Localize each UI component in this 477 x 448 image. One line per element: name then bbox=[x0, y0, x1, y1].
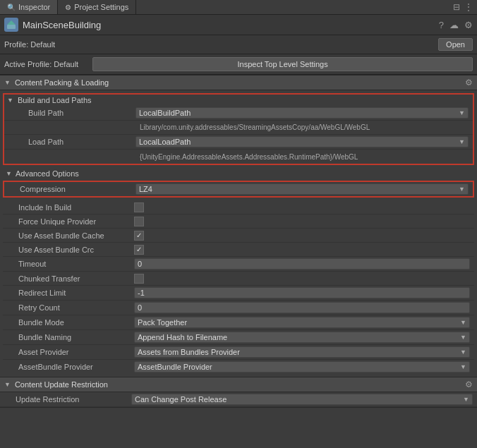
tab-project-settings-label: Project Settings bbox=[74, 3, 128, 11]
chunked-transfer-label: Chunked Transfer bbox=[7, 274, 134, 283]
build-load-paths-header[interactable]: ▼ Build and Load Paths bbox=[4, 95, 473, 106]
force-unique-row: Force Unique Provider bbox=[3, 214, 474, 229]
advanced-options-section: ▼ Advanced Options Compression LZ4 ▼ Inc… bbox=[3, 168, 474, 374]
cloud-icon[interactable]: ☁ bbox=[449, 20, 459, 30]
timeout-input[interactable] bbox=[134, 258, 470, 270]
compression-arrow-icon: ▼ bbox=[459, 186, 465, 193]
build-path-row: Build Path LocalBuildPath ▼ bbox=[4, 106, 473, 121]
help-icon[interactable]: ? bbox=[439, 20, 444, 30]
bundle-mode-arrow-icon: ▼ bbox=[460, 319, 466, 326]
load-path-arrow-icon: ▼ bbox=[459, 138, 465, 145]
update-restriction-label: Update Restriction bbox=[4, 395, 131, 404]
redirect-limit-row: Redirect Limit bbox=[3, 286, 474, 301]
more-icon[interactable]: ⋮ bbox=[464, 2, 473, 12]
use-asset-cache-row: Use Asset Bundle Cache ✓ bbox=[3, 229, 474, 243]
inspect-top-level-button[interactable]: Inspect Top Level Settings bbox=[92, 57, 473, 71]
advanced-options-header[interactable]: ▼ Advanced Options bbox=[3, 168, 474, 179]
content-update-header[interactable]: ▼ Content Update Restriction ⚙ bbox=[0, 377, 477, 392]
build-paths-chevron: ▼ bbox=[7, 97, 13, 104]
active-profile-label: Active Profile: Default bbox=[4, 60, 78, 68]
asset-bundle-provider-dropdown[interactable]: AssetBundle Provider ▼ bbox=[134, 361, 470, 373]
content-update-chevron: ▼ bbox=[4, 381, 11, 388]
bundle-naming-label: Bundle Naming bbox=[7, 333, 134, 341]
bundle-mode-dropdown[interactable]: Pack Together ▼ bbox=[134, 317, 470, 328]
section-gear-icon[interactable]: ⚙ bbox=[465, 78, 473, 87]
chunked-transfer-checkbox[interactable] bbox=[134, 274, 470, 284]
build-path-dropdown[interactable]: LocalBuildPath ▼ bbox=[135, 107, 469, 119]
load-path-sub-value: {UnityEngine.AddressableAssets.Addressab… bbox=[135, 152, 469, 162]
compression-label: Compression bbox=[8, 185, 135, 193]
minimize-icon[interactable]: ⊟ bbox=[453, 2, 460, 12]
settings-icon: ⚙ bbox=[65, 4, 71, 11]
asset-provider-arrow-icon: ▼ bbox=[460, 349, 466, 356]
content-packing-title: ▼ Content Packing & Loading bbox=[4, 78, 109, 87]
use-asset-cache-label: Use Asset Bundle Cache bbox=[7, 231, 134, 240]
dropdown-arrow-icon: ▼ bbox=[459, 109, 465, 116]
retry-count-label: Retry Count bbox=[7, 303, 134, 312]
retry-count-row: Retry Count bbox=[3, 301, 474, 315]
build-path-label: Build Path bbox=[8, 109, 135, 117]
load-path-label: Load Path bbox=[8, 138, 135, 146]
scene-name: MainSceneBuilding bbox=[23, 20, 435, 30]
tab-controls: ⊟ ⋮ bbox=[453, 2, 477, 12]
force-unique-check[interactable] bbox=[134, 217, 144, 226]
asset-provider-label: Asset Provider bbox=[7, 348, 134, 356]
force-unique-checkbox[interactable] bbox=[134, 217, 470, 226]
advanced-chevron: ▼ bbox=[6, 170, 12, 177]
build-path-sub-value: Library/com.unity.addressables/Streaming… bbox=[135, 123, 469, 132]
use-asset-cache-checkbox[interactable]: ✓ bbox=[134, 231, 470, 241]
header-icons: ? ☁ ⚙ bbox=[439, 20, 473, 30]
update-restriction-dropdown[interactable]: Can Change Post Release ▼ bbox=[131, 394, 473, 405]
timeout-field[interactable] bbox=[134, 258, 470, 270]
tab-inspector-label: Inspector bbox=[18, 3, 50, 11]
redirect-limit-input[interactable] bbox=[134, 287, 470, 298]
include-in-build-check[interactable] bbox=[134, 202, 144, 212]
advanced-options-title: Advanced Options bbox=[16, 169, 79, 178]
compression-dropdown[interactable]: LZ4 ▼ bbox=[135, 183, 469, 195]
asset-provider-dropdown[interactable]: Assets from Bundles Provider ▼ bbox=[134, 346, 470, 358]
use-asset-crc-label: Use Asset Bundle Crc bbox=[7, 246, 134, 254]
load-path-sub-row: {UnityEngine.AddressableAssets.Addressab… bbox=[4, 150, 473, 164]
load-path-row: Load Path LocalLoadPath ▼ bbox=[4, 135, 473, 150]
profile-label: Profile: Default bbox=[4, 40, 55, 49]
chevron-down-icon: ▼ bbox=[4, 79, 11, 86]
bottom-bar: Add Schema bbox=[0, 407, 477, 413]
include-in-build-label: Include In Build bbox=[7, 203, 134, 212]
bundle-naming-arrow-icon: ▼ bbox=[460, 334, 466, 341]
bundle-naming-dropdown[interactable]: Append Hash to Filename ▼ bbox=[134, 332, 470, 343]
bundle-mode-label: Bundle Mode bbox=[7, 318, 134, 327]
profile-bar: Profile: Default Open bbox=[0, 35, 477, 54]
tab-bar: 🔍 Inspector ⚙ Project Settings ⊟ ⋮ bbox=[0, 0, 477, 15]
chunked-transfer-row: Chunked Transfer bbox=[3, 272, 474, 286]
content-update-gear-icon[interactable]: ⚙ bbox=[465, 380, 473, 389]
update-restriction-arrow-icon: ▼ bbox=[463, 396, 469, 403]
compression-row: Compression LZ4 ▼ bbox=[4, 182, 473, 196]
load-path-dropdown[interactable]: LocalLoadPath ▼ bbox=[135, 136, 469, 147]
asset-bundle-provider-arrow-icon: ▼ bbox=[460, 363, 466, 370]
build-path-sub-row: Library/com.unity.addressables/Streaming… bbox=[4, 121, 473, 135]
bundle-mode-row: Bundle Mode Pack Together ▼ bbox=[3, 315, 474, 330]
use-asset-cache-check[interactable]: ✓ bbox=[134, 231, 144, 241]
include-in-build-checkbox[interactable] bbox=[134, 202, 470, 212]
chunked-transfer-check[interactable] bbox=[134, 274, 144, 284]
gear-icon[interactable]: ⚙ bbox=[464, 20, 473, 30]
use-asset-crc-row: Use Asset Bundle Crc ✓ bbox=[3, 243, 474, 257]
retry-count-field[interactable] bbox=[134, 302, 470, 313]
use-asset-crc-checkbox[interactable]: ✓ bbox=[134, 245, 470, 255]
content-update-title: ▼ Content Update Restriction bbox=[4, 380, 108, 389]
scene-header: MainSceneBuilding ? ☁ ⚙ bbox=[0, 15, 477, 35]
use-asset-crc-check[interactable]: ✓ bbox=[134, 245, 144, 255]
svg-marker-1 bbox=[7, 20, 16, 25]
content-area: ▼ Content Packing & Loading ⚙ ▼ Build an… bbox=[0, 75, 477, 413]
tab-project-settings[interactable]: ⚙ Project Settings bbox=[58, 0, 136, 14]
content-packing-header[interactable]: ▼ Content Packing & Loading ⚙ bbox=[0, 75, 477, 90]
build-load-paths-title: Build and Load Paths bbox=[18, 96, 92, 104]
force-unique-label: Force Unique Provider bbox=[7, 217, 134, 226]
open-button[interactable]: Open bbox=[438, 38, 473, 51]
asset-bundle-provider-row: AssetBundle Provider AssetBundle Provide… bbox=[3, 360, 474, 374]
retry-count-input[interactable] bbox=[134, 302, 470, 313]
scene-icon bbox=[4, 18, 18, 32]
redirect-limit-field[interactable] bbox=[134, 287, 470, 298]
tab-inspector[interactable]: 🔍 Inspector bbox=[0, 0, 58, 14]
active-profile-row: Active Profile: Default Inspect Top Leve… bbox=[0, 54, 477, 75]
